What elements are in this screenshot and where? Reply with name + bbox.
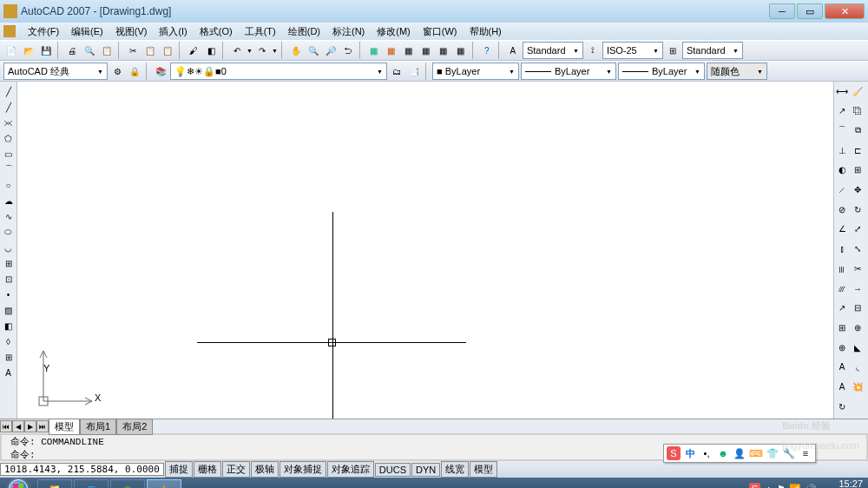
save-icon[interactable]: 💾 (38, 43, 54, 58)
menu-tools[interactable]: 工具(T) (245, 25, 276, 38)
ducs-toggle[interactable]: DUCS (375, 463, 411, 477)
tab-first-icon[interactable]: ⏮ (0, 420, 12, 432)
chamfer-icon[interactable]: ◣ (850, 340, 865, 355)
maximize-button[interactable]: ▭ (797, 3, 823, 19)
layer-prev-icon[interactable]: 🗂 (389, 63, 404, 79)
spline-icon[interactable]: ∿ (1, 208, 16, 224)
help-icon[interactable]: ? (479, 43, 495, 58)
tp-icon[interactable]: ▦ (401, 43, 417, 58)
tablestyle-icon[interactable]: ⊞ (665, 43, 681, 58)
pan-icon[interactable]: ✋ (288, 43, 304, 58)
rect-icon[interactable]: ▭ (1, 146, 16, 162)
ime-brand-icon[interactable]: S (667, 446, 681, 460)
menu-file[interactable]: 文件(F) (28, 25, 59, 38)
move-icon[interactable]: ✥ (850, 182, 865, 198)
explode-icon[interactable]: 💥 (850, 379, 865, 395)
pline-icon[interactable]: ⩙ (1, 115, 16, 130)
zoom-rt-icon[interactable]: 🔍 (306, 43, 321, 58)
open-icon[interactable]: 📂 (21, 43, 36, 58)
arc-icon[interactable]: ⌒ (1, 162, 16, 177)
insert-icon[interactable]: ⊞ (1, 255, 16, 271)
leader-icon[interactable]: ↗ (834, 300, 850, 316)
dim-ord-icon[interactable]: ⊥ (834, 142, 850, 158)
ortho-toggle[interactable]: 正交 (222, 461, 250, 478)
mtext-icon[interactable]: A (1, 365, 16, 380)
plotstyle-combo[interactable]: 随颜色 (707, 63, 767, 80)
polar-toggle[interactable]: 极轴 (251, 461, 279, 478)
menu-edit[interactable]: 编辑(E) (71, 25, 103, 38)
dim-base-icon[interactable]: ⫼ (834, 260, 850, 276)
tablestyle-combo[interactable]: Standard (682, 42, 743, 59)
redo-icon[interactable]: ↷ (254, 43, 270, 58)
line-icon[interactable]: ╱ (1, 83, 16, 99)
ime-tool-icon[interactable]: 🔧 (782, 446, 796, 460)
tab-next-icon[interactable]: ▶ (24, 420, 36, 432)
tab-prev-icon[interactable]: ◀ (12, 420, 24, 432)
table-icon[interactable]: ⊞ (1, 349, 16, 365)
menu-insert[interactable]: 插入(I) (159, 25, 187, 38)
drawing-canvas[interactable]: Y X (17, 82, 833, 419)
dim-rad-icon[interactable]: ◐ (834, 162, 850, 178)
menu-window[interactable]: 窗口(W) (423, 25, 457, 38)
tab-model[interactable]: 模型 (49, 419, 80, 435)
erase-icon[interactable]: 🧹 (850, 83, 865, 99)
menu-dim[interactable]: 标注(N) (332, 25, 365, 38)
dim-arc-icon[interactable]: ⌒ (834, 122, 850, 138)
circle-icon[interactable]: ○ (1, 177, 16, 193)
tray-ime-icon[interactable]: S (749, 483, 760, 488)
layer-state-icon[interactable]: 📑 (406, 63, 422, 79)
taskbar-browser-icon[interactable]: ◉ (110, 479, 145, 488)
join-icon[interactable]: ⊕ (850, 320, 865, 335)
ime-lang-icon[interactable]: 中 (683, 446, 697, 460)
copy-icon[interactable]: 📋 (142, 43, 158, 58)
snap-toggle[interactable]: 捕捉 (165, 461, 193, 478)
dyn-toggle[interactable]: DYN (411, 463, 440, 477)
point-icon[interactable]: • (1, 287, 16, 302)
dim-dia-icon[interactable]: ⊘ (834, 201, 850, 217)
zoom-prev-icon[interactable]: ⮌ (340, 43, 356, 58)
ime-menu-icon[interactable]: ≡ (799, 446, 812, 460)
preview-icon[interactable]: 🔍 (82, 43, 97, 58)
layer-combo[interactable]: 💡❄☀🔒■ 0 (170, 63, 387, 80)
revcloud-icon[interactable]: ☁ (1, 193, 16, 208)
color-combo[interactable]: ■ ByLayer (432, 63, 519, 80)
scale-icon[interactable]: ⤢ (850, 221, 865, 237)
start-button[interactable] (0, 478, 36, 488)
ime-punct-icon[interactable]: •, (700, 446, 713, 460)
textstyle-icon[interactable]: A (505, 43, 521, 58)
dim-aligned-icon[interactable]: ↗ (834, 103, 850, 119)
model-toggle[interactable]: 模型 (470, 461, 497, 478)
menu-draw[interactable]: 绘图(D) (288, 25, 320, 38)
dimstyle-combo[interactable]: ISO-25 (602, 42, 663, 59)
tray-clock[interactable]: 15:27 2018/5/31 (820, 479, 863, 488)
taskbar-autocad-icon[interactable]: A (147, 479, 181, 488)
lineweight-combo[interactable]: ByLayer (618, 63, 705, 80)
workspace-combo[interactable]: AutoCAD 经典 (3, 63, 108, 80)
xline-icon[interactable]: ╱ (1, 99, 16, 115)
dimupd-icon[interactable]: ↻ (834, 399, 850, 414)
textstyle-combo[interactable]: Standard (523, 42, 583, 59)
ime-skin-icon[interactable]: 👕 (766, 446, 779, 460)
trim-icon[interactable]: ✂ (850, 260, 865, 276)
cmd-prompt[interactable]: 命令: (7, 448, 36, 461)
tab-layout2[interactable]: 布局2 (116, 419, 153, 435)
tolerance-icon[interactable]: ⊞ (834, 320, 850, 335)
extend-icon[interactable]: → (850, 280, 865, 296)
ellipsearc-icon[interactable]: ◡ (1, 240, 16, 255)
center-icon[interactable]: ⊕ (834, 340, 850, 355)
dimedit-icon[interactable]: A (834, 359, 850, 375)
osnap-toggle[interactable]: 对象捕捉 (279, 461, 326, 478)
paste-icon[interactable]: 📋 (160, 43, 175, 58)
print-icon[interactable]: 🖨 (64, 43, 80, 58)
stretch-icon[interactable]: ⤡ (850, 241, 865, 257)
props-icon[interactable]: ▦ (366, 43, 382, 58)
cut-icon[interactable]: ✂ (125, 43, 141, 58)
region-icon[interactable]: ◊ (1, 333, 16, 349)
mirror-icon[interactable]: ⧉ (850, 122, 865, 138)
linetype-combo[interactable]: ByLayer (521, 63, 616, 80)
taskbar-explorer-icon[interactable]: 📁 (37, 479, 72, 488)
dim-cont-icon[interactable]: ⫻ (834, 280, 850, 296)
offset-icon[interactable]: ⊏ (850, 142, 865, 158)
tab-last-icon[interactable]: ⏭ (36, 420, 49, 432)
ime-user-icon[interactable]: 👤 (733, 446, 746, 460)
